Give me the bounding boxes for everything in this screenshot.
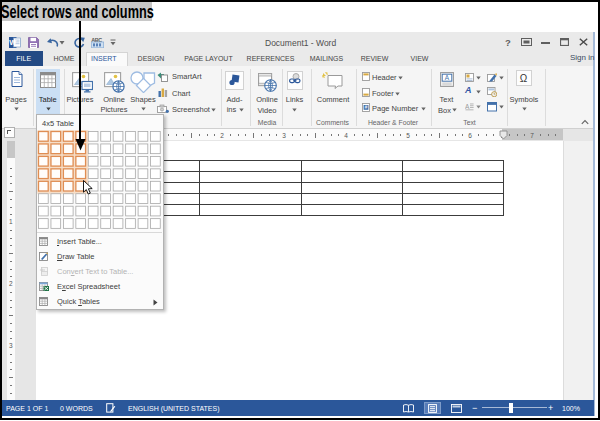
svg-text:A: A [465, 103, 470, 110]
svg-text:#: # [364, 105, 367, 110]
svg-text:W: W [9, 38, 17, 47]
svg-text:A: A [444, 74, 449, 81]
